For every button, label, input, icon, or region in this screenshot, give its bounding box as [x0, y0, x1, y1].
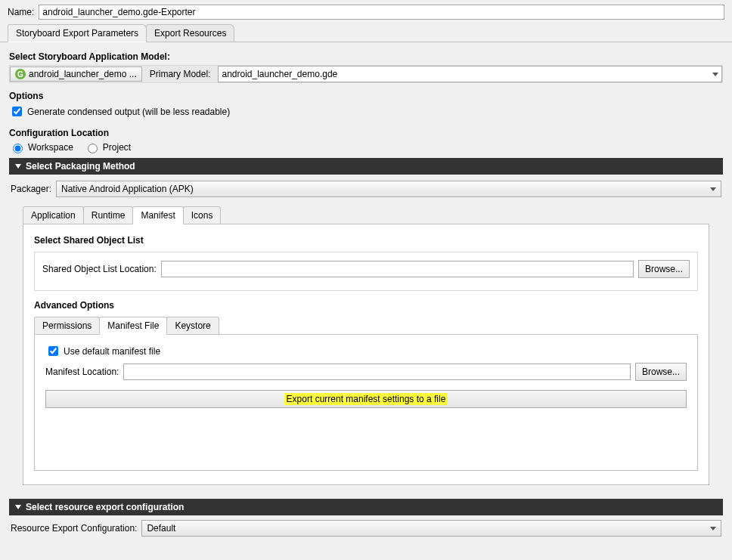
- radio-project[interactable]: [88, 144, 98, 153]
- chevron-down-icon: [712, 73, 718, 76]
- radio-workspace[interactable]: [13, 144, 23, 153]
- radio-project-label: Project: [103, 142, 131, 153]
- select-model-button[interactable]: G android_launcher_demo ...: [10, 67, 142, 82]
- packager-dropdown[interactable]: Native Android Application (APK): [56, 181, 721, 197]
- tab-manifest-file[interactable]: Manifest File: [99, 317, 167, 335]
- name-input[interactable]: [39, 5, 724, 20]
- tab-permissions[interactable]: Permissions: [34, 317, 100, 334]
- section-resource-export-title: Select resource export configuration: [26, 502, 184, 512]
- checkbox-use-default-manifest[interactable]: [48, 346, 58, 356]
- manifest-location-input[interactable]: [123, 364, 631, 380]
- name-label: Name:: [8, 7, 34, 17]
- tab-icons[interactable]: Icons: [183, 206, 222, 224]
- shared-object-input[interactable]: [161, 261, 634, 277]
- shared-object-browse-button[interactable]: Browse...: [638, 260, 690, 278]
- chevron-down-icon: [710, 187, 716, 191]
- resource-export-dropdown[interactable]: Default: [141, 520, 721, 537]
- section-packaging-title: Select Packaging Method: [26, 161, 135, 172]
- checkbox-condensed-output-label: Generate condensed output (will be less …: [27, 107, 230, 117]
- checkbox-condensed-output[interactable]: [12, 107, 22, 116]
- advanced-options-title: Advanced Options: [34, 300, 698, 311]
- packager-label: Packager:: [11, 184, 51, 194]
- primary-model-dropdown[interactable]: android_launcher_demo.gde: [218, 66, 722, 82]
- manifest-browse-button[interactable]: Browse...: [635, 363, 687, 381]
- shared-object-title: Select Shared Object List: [34, 235, 698, 246]
- export-manifest-button[interactable]: Export current manifest settings to a fi…: [45, 390, 687, 408]
- select-model-button-label: android_launcher_demo ...: [29, 69, 137, 79]
- section-packaging-header[interactable]: Select Packaging Method: [9, 158, 723, 175]
- resource-export-value: Default: [147, 523, 175, 534]
- model-icon: G: [15, 69, 26, 79]
- collapse-icon: [15, 505, 21, 509]
- section-options-title: Options: [9, 91, 723, 101]
- export-manifest-button-label: Export current manifest settings to a fi…: [284, 393, 448, 405]
- tab-manifest[interactable]: Manifest: [132, 206, 183, 224]
- primary-model-label: Primary Model:: [145, 69, 216, 79]
- resource-export-label: Resource Export Configuration:: [11, 523, 137, 534]
- tab-storyboard-export-parameters[interactable]: Storyboard Export Parameters: [8, 24, 147, 42]
- chevron-down-icon: [710, 527, 716, 531]
- tab-runtime[interactable]: Runtime: [83, 206, 134, 224]
- primary-model-value: android_launcher_demo.gde: [222, 69, 337, 79]
- radio-workspace-label: Workspace: [28, 142, 73, 153]
- tab-keystore[interactable]: Keystore: [166, 317, 219, 334]
- tab-application[interactable]: Application: [23, 206, 84, 224]
- shared-object-label: Shared Object List Location:: [42, 264, 157, 274]
- checkbox-use-default-manifest-label: Use default manifest file: [64, 346, 160, 357]
- packager-value: Native Android Application (APK): [61, 184, 194, 194]
- manifest-location-label: Manifest Location:: [45, 367, 119, 377]
- section-model-title: Select Storyboard Application Model:: [9, 51, 723, 62]
- collapse-icon: [15, 164, 21, 169]
- section-config-location-title: Configuration Location: [9, 128, 723, 138]
- tab-export-resources[interactable]: Export Resources: [146, 24, 234, 42]
- section-resource-export-header[interactable]: Select resource export configuration: [9, 499, 723, 515]
